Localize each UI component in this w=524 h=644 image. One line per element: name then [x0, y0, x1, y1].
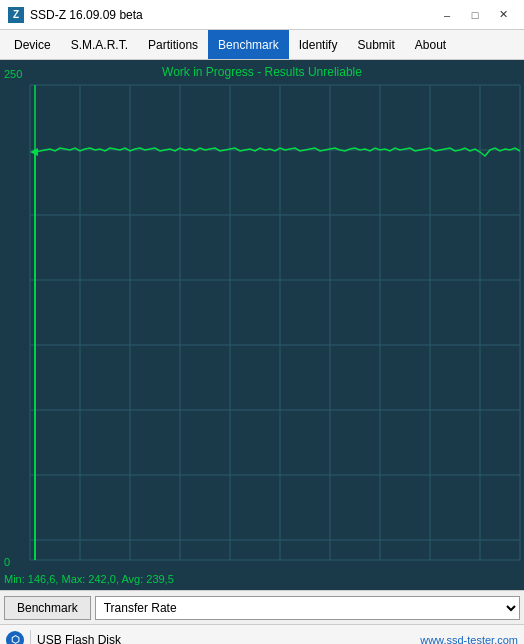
device-label: USB Flash Disk — [37, 633, 121, 645]
website-url: www.ssd-tester.com — [420, 634, 518, 645]
close-button[interactable]: ✕ — [490, 5, 516, 25]
maximize-button[interactable]: □ — [462, 5, 488, 25]
menu-item-benchmark[interactable]: Benchmark — [208, 30, 289, 59]
window-title: SSD-Z 16.09.09 beta — [30, 8, 143, 22]
title-bar-left: Z SSD-Z 16.09.09 beta — [8, 7, 143, 23]
status-bar: ⬡ USB Flash Disk www.ssd-tester.com — [0, 624, 524, 644]
device-icon: ⬡ — [6, 631, 24, 645]
menu-bar: Device S.M.A.R.T. Partitions Benchmark I… — [0, 30, 524, 60]
minimize-button[interactable]: – — [434, 5, 460, 25]
menu-item-smart[interactable]: S.M.A.R.T. — [61, 30, 138, 59]
menu-item-about[interactable]: About — [405, 30, 456, 59]
window-controls: – □ ✕ — [434, 5, 516, 25]
chart-container: Work in Progress - Results Unreliable 25… — [0, 60, 524, 590]
transfer-rate-dropdown[interactable]: Transfer Rate Sequential Read Sequential… — [95, 596, 520, 620]
menu-item-partitions[interactable]: Partitions — [138, 30, 208, 59]
chart-svg — [0, 60, 524, 590]
chart-label-max: 250 — [4, 68, 22, 80]
app-icon: Z — [8, 7, 24, 23]
chart-warning: Work in Progress - Results Unreliable — [0, 65, 524, 79]
menu-item-submit[interactable]: Submit — [347, 30, 404, 59]
chart-stats: Min: 146,6, Max: 242,0, Avg: 239,5 — [4, 573, 174, 585]
status-separator — [30, 630, 31, 645]
chart-label-min: 0 — [4, 556, 10, 568]
bottom-toolbar: Benchmark Transfer Rate Sequential Read … — [0, 590, 524, 624]
benchmark-button[interactable]: Benchmark — [4, 596, 91, 620]
menu-item-device[interactable]: Device — [4, 30, 61, 59]
title-bar: Z SSD-Z 16.09.09 beta – □ ✕ — [0, 0, 524, 30]
svg-rect-0 — [0, 60, 524, 590]
menu-item-identify[interactable]: Identify — [289, 30, 348, 59]
